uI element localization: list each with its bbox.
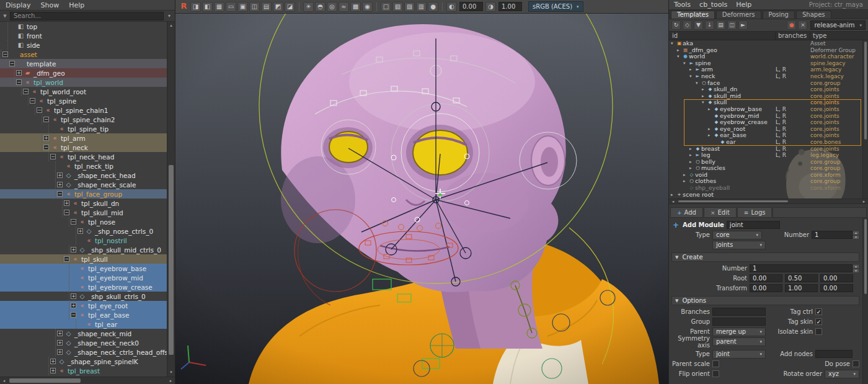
scroll-thumb[interactable] — [169, 165, 174, 355]
tree-row-clothes[interactable]: ▸○clothescore.group — [669, 178, 862, 185]
outliner-item-tpl-nostril[interactable]: «tpl_nostril — [0, 236, 167, 245]
outliner-item-shp-nose-ctrls-0[interactable]: +◇_shp_nose_ctrls_0 — [0, 226, 167, 236]
tree-row-eyebrow-crease[interactable]: ◆eyebrow_creaseL, Rcore.joints — [669, 119, 862, 126]
tree-row-skull-mid[interactable]: ▸◆skull_midcore.joints — [669, 93, 862, 100]
outliner-item-tpl-face-group[interactable]: −«tpl_face_group — [0, 189, 167, 199]
rig-tree-scrollbar[interactable] — [862, 40, 868, 199]
expand-arrow-icon[interactable]: ▾ — [702, 99, 707, 106]
outliner-item-dfm-geo[interactable]: +▰_dfm_geo — [0, 68, 167, 78]
outliner-item-tpl-breast[interactable]: +«tpl_breast — [0, 366, 167, 375]
group-input[interactable] — [712, 318, 766, 326]
expander-icon[interactable]: + — [57, 182, 63, 187]
expand-arrow-icon[interactable]: ▾ — [689, 73, 694, 80]
outliner-item-tpl-skull-mid[interactable]: −«tpl_skull_mid — [0, 208, 167, 217]
expand-arrow-icon[interactable]: ▸ — [708, 106, 713, 113]
expander-icon[interactable]: − — [64, 210, 69, 215]
outliner-item-shape-neck-head[interactable]: +◇_shape_neck_head — [0, 171, 167, 180]
search-input[interactable]: Search... — [10, 12, 164, 20]
tree-row-aka[interactable]: ▾▣akaAsset — [669, 40, 862, 47]
options-section-header[interactable]: ▼ Options — [671, 296, 859, 305]
expand-arrow-icon[interactable]: ▸ — [708, 132, 713, 139]
trash-icon[interactable]: ▤ — [716, 20, 725, 30]
expander-icon[interactable]: − — [16, 79, 22, 85]
form-scrollbar[interactable] — [862, 218, 868, 384]
tree-row-arm[interactable]: ▸►armL, Rarm.legacy — [669, 66, 862, 73]
expand-arrow-icon[interactable]: ▸ — [689, 159, 694, 166]
outliner-item-tpl-skull-dn[interactable]: +«tpl_skull_dn — [0, 199, 167, 208]
expand-arrow-icon[interactable]: ▸ — [689, 66, 694, 73]
root-z-field[interactable]: 0.00 — [820, 274, 853, 282]
expander-icon[interactable]: + — [57, 340, 63, 346]
expander-icon[interactable]: − — [43, 145, 49, 150]
step-up-icon[interactable]: ▴ — [852, 264, 859, 269]
outliner-item-tpl-eyebrow-crease[interactable]: «tpl_eyebrow_crease — [0, 282, 167, 292]
do-pose-checkbox[interactable] — [852, 360, 859, 367]
expand-arrow-icon[interactable]: ▾ — [677, 53, 682, 60]
column-id[interactable]: id — [669, 32, 776, 40]
column-branches[interactable]: branches — [776, 32, 810, 40]
parent-scale-checkbox[interactable] — [712, 360, 719, 367]
tab-posing[interactable]: Posing — [763, 11, 795, 19]
outliner-item-tpl-arm[interactable]: +«tpl_arm — [0, 133, 167, 143]
symmetry-axis-dropdown[interactable]: parent ▾ — [712, 337, 766, 346]
expander-icon[interactable]: − — [50, 154, 56, 159]
tree-row-shp-eyeball[interactable]: ◇shp_eyeballcore.xform — [669, 185, 862, 192]
tree-row-leg[interactable]: ▸►legL, Rleg.legacy — [669, 152, 862, 159]
viewport-canvas[interactable] — [175, 14, 668, 384]
scroll-up-icon[interactable]: ▴ — [167, 22, 175, 30]
step-down-icon[interactable]: ▾ — [852, 269, 859, 273]
resolution-gate-icon[interactable]: ▣ — [237, 2, 248, 12]
close-icon[interactable]: × — [798, 20, 807, 30]
expander-icon[interactable]: − — [9, 61, 15, 66]
lighting-icon[interactable]: ☀ — [303, 2, 314, 12]
outliner-item-template[interactable]: −template — [0, 59, 167, 68]
expand-arrow-icon[interactable]: ▸ — [689, 152, 694, 159]
expand-arrow-icon[interactable]: ▸ — [708, 126, 713, 133]
motion-blur-icon[interactable]: ≈ — [339, 2, 349, 12]
outliner-item-tpl-neck-tip[interactable]: «tpl_neck_tip — [0, 161, 167, 171]
outliner-item-shape-spine-spineik[interactable]: +◇_shape_spine_spineIK — [0, 357, 167, 366]
tree-row-eyebrow-base[interactable]: ▸◆eyebrow_baseL, Rcore.joints — [669, 106, 862, 113]
outliner-item-tpl-world-root[interactable]: −«tpl_world_root — [0, 87, 167, 96]
menu-item-help[interactable]: Help — [736, 1, 751, 9]
multisample-icon[interactable]: ▩ — [350, 2, 361, 12]
rig-tree-horizontal-scrollbar[interactable]: ◂ ▸ — [669, 199, 868, 204]
scroll-left-icon[interactable]: ◂ — [669, 199, 677, 204]
module-number-stepper[interactable]: 1 ▴▾ — [812, 231, 859, 239]
module-type-dropdown[interactable]: core ▾ — [712, 231, 762, 239]
menu-item-tools[interactable]: Tools — [674, 1, 691, 9]
outliner-item-shp-skull-ctrls-0[interactable]: +◇_shp_skull_ctrls_0 — [0, 292, 167, 301]
outliner-item-tpl-eye-root[interactable]: +«tpl_eye_root — [0, 301, 167, 310]
tree-row-neck[interactable]: ▾►neckL, Rneck.legacy — [669, 73, 862, 80]
transform-z-field[interactable]: 0.00 — [820, 284, 853, 292]
outliner-item-tpl-spine[interactable]: −«tpl_spine — [0, 96, 167, 105]
scroll-track[interactable] — [167, 30, 175, 368]
menu-item-show[interactable]: Show — [41, 1, 60, 9]
expander-icon[interactable]: + — [64, 200, 69, 206]
scroll-right-icon[interactable]: ▸ — [167, 378, 175, 383]
expander-icon[interactable]: + — [57, 172, 63, 178]
scroll-down-icon[interactable]: ▾ — [167, 368, 175, 377]
expander-icon[interactable]: + — [71, 303, 76, 308]
menu-item-display[interactable]: Display — [6, 1, 31, 9]
outliner-item-front[interactable]: ◧front — [0, 31, 167, 40]
tab-templates[interactable]: Templates — [671, 11, 715, 19]
expander-icon[interactable]: + — [71, 293, 76, 299]
save-icon[interactable]: ▼ — [694, 20, 703, 30]
outliner-item-shape-neck-ctrls-head-offset[interactable]: +◇_shape_neck_ctrls_head_offset — [0, 347, 167, 357]
add-module-icon[interactable]: + — [671, 221, 680, 230]
outliner-item-asset[interactable]: −asset — [0, 50, 167, 59]
edit-button[interactable]: × Edit — [704, 207, 737, 218]
textured-icon[interactable]: ▥ — [416, 2, 427, 12]
expander-icon[interactable]: + — [57, 349, 63, 355]
outliner-item-shp-skull-mid-ctrls-0[interactable]: +◇_shp_skull_mid_ctrls_0 — [0, 245, 167, 254]
column-type[interactable]: type — [810, 32, 868, 40]
expand-arrow-icon[interactable]: ▸ — [689, 146, 694, 153]
expander-icon[interactable]: − — [2, 51, 8, 57]
isolate-select-icon[interactable]: □ — [381, 2, 391, 12]
expander-icon[interactable]: + — [57, 331, 63, 336]
module-name-input[interactable]: joint — [727, 221, 780, 229]
tree-row-belly[interactable]: ▸○bellycore.group — [669, 159, 862, 166]
expander-icon[interactable]: − — [64, 256, 69, 262]
grid-toggle-icon[interactable]: ▦ — [214, 2, 224, 12]
